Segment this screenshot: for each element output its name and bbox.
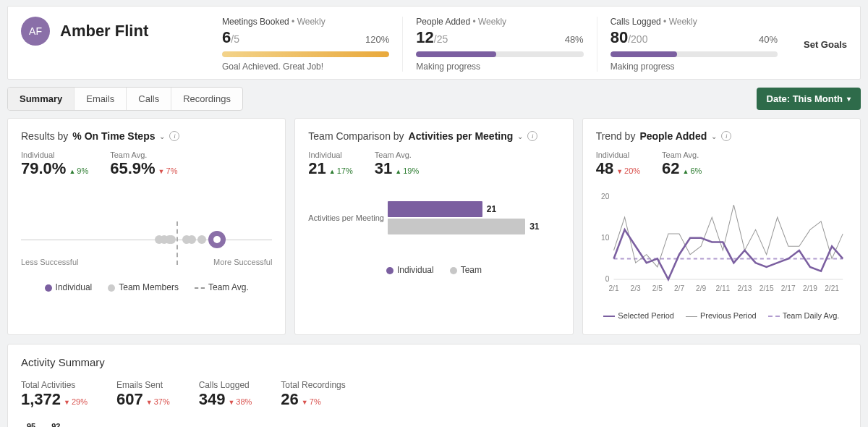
goal-target: /5 <box>231 33 239 45</box>
goal-target: /200 <box>628 33 647 45</box>
info-icon[interactable]: i <box>169 131 179 141</box>
date-range-label: Date: This Month <box>767 93 843 104</box>
metric-total-recordings: Total Recordings 26▼7% <box>281 380 345 409</box>
svg-text:2/11: 2/11 <box>715 284 730 292</box>
set-goals-button[interactable]: Set Goals <box>791 39 847 50</box>
date-range-button[interactable]: Date: This Month ▾ <box>757 88 861 110</box>
goal-title: People Added <box>416 17 470 27</box>
card-title: Results by % On Time Steps⌄ i <box>21 130 272 142</box>
goal-note: Goal Achieved. Great Job! <box>222 62 389 72</box>
goals-container: Meetings Booked • Weekly 6/5 120% Goal A… <box>209 17 791 72</box>
tab-summary[interactable]: Summary <box>8 88 75 110</box>
goal-note: Making progress <box>416 62 583 72</box>
goal-percent: 120% <box>365 34 389 45</box>
user-goals-header: AF Amber Flint Meetings Booked • Weekly … <box>7 6 861 80</box>
chevron-down-icon[interactable]: ⌄ <box>517 132 523 140</box>
tab-calls[interactable]: Calls <box>127 88 171 110</box>
goal-meetings-booked: Meetings Booked • Weekly 6/5 120% Goal A… <box>209 17 402 72</box>
info-icon[interactable]: i <box>721 131 731 141</box>
metric-total-activities: Total Activities 1,372▼29% <box>21 380 88 409</box>
goal-period: Weekly <box>297 17 326 27</box>
metric-team-avg: Team Avg. 65.9%▼7% <box>110 151 177 178</box>
goal-percent: 40% <box>759 34 778 45</box>
card-title: Team Comparison by Activities per Meetin… <box>308 130 559 142</box>
metric-calls-logged: Calls Logged 349▼38% <box>199 380 252 409</box>
activity-metrics-row: Total Activities 1,372▼29% Emails Sent 6… <box>21 380 847 409</box>
metric-team-avg: Team Avg. 31▲19% <box>375 151 419 178</box>
chevron-down-icon: ▾ <box>847 95 851 103</box>
svg-text:0: 0 <box>605 275 609 283</box>
info-icon[interactable]: i <box>527 131 537 141</box>
metric-individual: Individual 79.0%▲9% <box>21 151 88 178</box>
goal-value: 80 <box>610 28 628 46</box>
svg-text:10: 10 <box>601 234 610 242</box>
svg-text:2/9: 2/9 <box>696 284 707 292</box>
mini-chart-labels: 95 92 <box>27 422 847 427</box>
goal-title: Calls Logged <box>610 17 661 27</box>
goal-value: 12 <box>416 28 433 46</box>
goal-period: Weekly <box>478 17 506 27</box>
svg-text:2/7: 2/7 <box>674 284 685 292</box>
chevron-down-icon[interactable]: ⌄ <box>159 132 165 140</box>
card-team-comparison: Team Comparison by Activities per Meetin… <box>294 118 573 335</box>
trend-line-chart: 010202/12/32/52/72/92/112/132/152/172/19… <box>596 190 847 298</box>
goal-calls-logged: Calls Logged • Weekly 80/200 40% Making … <box>597 17 791 72</box>
activity-summary-title: Activity Summary <box>21 356 847 368</box>
svg-text:2/13: 2/13 <box>737 284 752 292</box>
user-block: AF Amber Flint <box>21 17 209 46</box>
card-results: Results by % On Time Steps⌄ i Individual… <box>7 118 286 335</box>
card-title: Trend by People Added⌄ i <box>596 130 847 142</box>
legend: Individual Team Members Team Avg. <box>21 282 272 292</box>
goal-value: 6 <box>222 28 231 46</box>
tabs: Summary Emails Calls Recordings <box>7 87 243 111</box>
activity-summary-card: Activity Summary Total Activities 1,372▼… <box>7 344 861 427</box>
legend: Selected Period Previous Period Team Dai… <box>596 311 847 320</box>
svg-text:2/19: 2/19 <box>803 284 817 292</box>
goal-note: Making progress <box>610 62 778 72</box>
axis-label-more: More Successful <box>213 258 272 266</box>
results-dotplot: Less Successful More Successful <box>21 207 272 272</box>
tab-row: Summary Emails Calls Recordings Date: Th… <box>0 87 868 111</box>
goal-percent: 48% <box>565 34 584 45</box>
card-trend: Trend by People Added⌄ i Individual 48▼2… <box>582 118 861 335</box>
cards-row: Results by % On Time Steps⌄ i Individual… <box>0 118 868 344</box>
user-name: Amber Flint <box>60 22 148 41</box>
metric-individual: Individual 21▲17% <box>308 151 352 178</box>
avatar: AF <box>21 17 50 46</box>
legend: Individual Team <box>308 265 559 275</box>
svg-text:20: 20 <box>601 193 610 200</box>
metric-emails-sent: Emails Sent 607▼37% <box>116 380 170 409</box>
goal-progress-bar <box>222 51 389 57</box>
svg-text:2/21: 2/21 <box>825 284 839 292</box>
goal-progress-bar <box>610 51 778 57</box>
svg-text:2/1: 2/1 <box>608 284 619 292</box>
comparison-bars: Activities per Meeting 21 31 <box>308 200 559 236</box>
goal-title: Meetings Booked <box>222 17 289 27</box>
svg-text:2/15: 2/15 <box>759 284 773 292</box>
tab-emails[interactable]: Emails <box>75 88 127 110</box>
svg-text:2/17: 2/17 <box>781 284 796 292</box>
svg-text:2/5: 2/5 <box>652 284 663 292</box>
goal-people-added: People Added • Weekly 12/25 48% Making p… <box>402 17 596 72</box>
goal-period: Weekly <box>669 17 697 27</box>
metric-individual: Individual 48▼20% <box>596 151 640 178</box>
svg-text:2/3: 2/3 <box>630 284 641 292</box>
metric-team-avg: Team Avg. 62▲6% <box>662 151 702 178</box>
tab-recordings[interactable]: Recordings <box>171 88 242 110</box>
chevron-down-icon[interactable]: ⌄ <box>711 132 717 140</box>
axis-label-less: Less Successful <box>21 258 78 266</box>
goal-progress-bar <box>416 51 583 57</box>
goal-target: /25 <box>434 33 448 45</box>
